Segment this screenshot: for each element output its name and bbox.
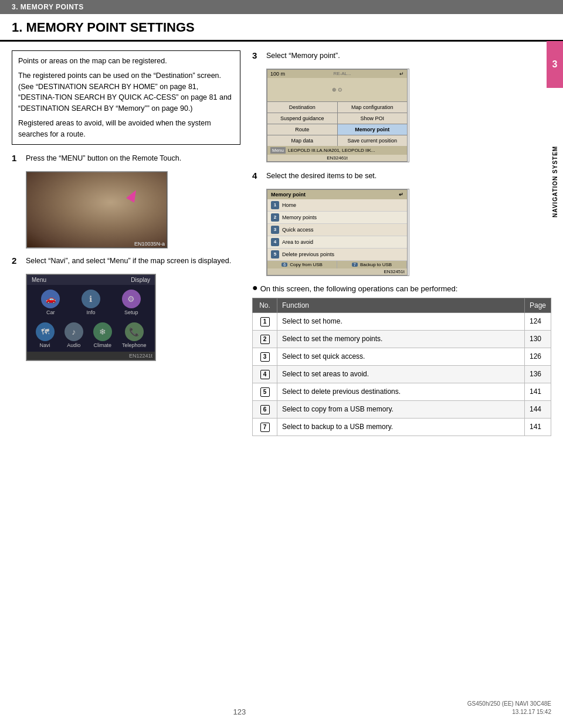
setup-label: Setup — [124, 309, 138, 315]
info-para-3: Registered areas to avoid, will be avoid… — [18, 118, 234, 140]
navi-icon: 🗺 — [36, 322, 55, 341]
row-num-cell: 6 — [253, 400, 277, 418]
nav-map-config-cell: Map configuration — [338, 102, 408, 113]
row-num-badge: 5 — [260, 387, 270, 397]
table-header-row: No. Function Page — [253, 298, 551, 312]
mem-bottom-label-6: Copy from USB — [290, 262, 323, 267]
memory-row-5: 5 Delete previous points — [267, 249, 407, 261]
page-footer: 123 GS450h/250 (EE) NAVI 30C48E 13.12.17… — [0, 700, 563, 716]
row-function-cell: Select to set the memory points. — [277, 330, 525, 348]
step-3: 3 Select “Memory point”. — [252, 50, 551, 62]
mem-bottom-num-6: 6 — [282, 263, 287, 267]
col-function: Function — [277, 298, 525, 312]
nav-map-data-cell: Map data — [267, 135, 337, 146]
row-num-cell: 3 — [253, 348, 277, 365]
climate-icon: ❄ — [93, 322, 112, 341]
left-column: Points or areas on the map can be regist… — [12, 50, 240, 436]
car-interior — [27, 172, 167, 247]
row-function-cell: Select to set areas to avoid. — [277, 365, 525, 383]
menu-item-navi: 🗺 Navi — [36, 322, 55, 348]
row-function-cell: Select to backup to a USB memory. — [277, 418, 525, 436]
info-label: Info — [86, 309, 95, 315]
page-number: 123 — [233, 707, 246, 716]
row-page-cell: 130 — [524, 330, 551, 348]
table-row: 2 Select to set the memory points. 130 — [253, 330, 551, 348]
chapter-tab: 3 — [547, 41, 563, 88]
car-icon: 🚗 — [41, 290, 60, 308]
row-page-cell: 144 — [524, 400, 551, 418]
mem-label-5: Delete previous points — [282, 251, 403, 257]
operations-table: No. Function Page 1 Select to set home. … — [252, 298, 551, 436]
operations-intro: ● On this screen, the following operatio… — [252, 284, 551, 293]
chapter-number: 3 — [547, 41, 563, 88]
row-num-badge: 1 — [260, 317, 270, 326]
nav-bottom-bar: Menu LEOPOLD III.LA.N/A201, LEOPOLD IIK.… — [267, 146, 407, 155]
menu-caption-bar: EN12241t — [27, 352, 155, 360]
right-column: 3 Select “Memory point”. 100 m RE-AL... … — [252, 50, 551, 436]
display-label: Display — [131, 277, 150, 283]
row-page-cell: 136 — [524, 365, 551, 383]
section-header-text: 3. MEMORY POINTS — [12, 3, 84, 11]
nav-menu-grid: Destination Map configuration Suspend gu… — [267, 101, 407, 146]
table-row: 5 Select to delete previous destinations… — [253, 383, 551, 400]
mem-label-4: Area to avoid — [282, 239, 403, 245]
row-num-cell: 5 — [253, 383, 277, 400]
mem-bottom-label-7: Backup to USB — [360, 262, 392, 267]
menu-item-car: 🚗 Car — [41, 290, 60, 315]
nav-back-icon: ↵ — [399, 71, 404, 77]
mem-bottom-6: 6 Copy from USB — [267, 261, 337, 268]
footer-model: GS450h/250 (EE) NAVI 30C48E — [467, 700, 551, 708]
nav-map-area: ⊕ ⊙ — [267, 78, 407, 101]
nav-distance: 100 m — [270, 71, 285, 77]
memory-screen-image: Memory point ↵ 1 Home 2 Memory points 3 … — [267, 189, 408, 275]
col-page: Page — [524, 298, 551, 312]
menu-screen-image: Menu Display 🚗 Car ℹ Info ⚙ Setup — [26, 274, 155, 360]
row-page-cell: 141 — [524, 383, 551, 400]
operations-intro-text: On this screen, the following operations… — [260, 284, 458, 293]
row-num-badge: 6 — [260, 405, 270, 414]
memory-row-2: 2 Memory points — [267, 212, 407, 224]
step-3-text: Select “Memory point”. — [266, 50, 340, 62]
row-page-cell: 141 — [524, 418, 551, 436]
info-para-2: The registered points can be used on the… — [18, 70, 234, 114]
mem-num-1: 1 — [271, 201, 279, 209]
step-2: 2 Select “Navi”, and select “Menu” if th… — [12, 256, 240, 267]
row-num-cell: 4 — [253, 365, 277, 383]
nav-recalc-icon: RE-AL... — [333, 71, 351, 76]
row-num-cell: 2 — [253, 330, 277, 348]
mem-label-2: Memory points — [282, 215, 403, 220]
step-3-number: 3 — [252, 50, 262, 60]
nav-destination-cell: Destination — [267, 102, 337, 113]
menu-bottom-row: 🗺 Navi ♪ Audio ❄ Climate 📞 Telephone — [27, 320, 155, 352]
remote-touch-screenshot: EN10035N-a — [26, 171, 168, 249]
nav-save-position-cell: Save current position — [338, 135, 408, 146]
table-row: 3 Select to set quick access. 126 — [253, 348, 551, 365]
mem-num-2: 2 — [271, 213, 279, 222]
nav-screenshot: 100 m RE-AL... ↵ ⊕ ⊙ Destination Map con… — [266, 69, 409, 162]
step-4: 4 Select the desired items to be set. — [252, 171, 551, 182]
image-caption-1: EN10035N-a — [134, 241, 165, 247]
footer-date: 13.12.17 15:42 — [467, 708, 551, 716]
info-box: Points or areas on the map can be regist… — [12, 50, 240, 145]
table-row: 1 Select to set home. 124 — [253, 312, 551, 330]
memory-row-3: 3 Quick access — [267, 224, 407, 236]
info-icon: ℹ — [82, 290, 100, 308]
telephone-label: Telephone — [122, 342, 147, 348]
row-num-badge: 7 — [260, 423, 270, 432]
table-row: 7 Select to backup to a USB memory. 141 — [253, 418, 551, 436]
setup-icon: ⚙ — [122, 290, 141, 308]
row-num-cell: 1 — [253, 312, 277, 330]
nav-menu-label: Menu — [270, 147, 286, 154]
row-num-cell: 7 — [253, 418, 277, 436]
climate-label: Climate — [94, 342, 112, 348]
row-page-cell: 124 — [524, 312, 551, 330]
row-function-cell: Select to set home. — [277, 312, 525, 330]
memory-caption: EN32451t — [267, 268, 407, 275]
menu-top-row: 🚗 Car ℹ Info ⚙ Setup — [27, 285, 155, 320]
car-label: Car — [46, 309, 55, 315]
telephone-icon: 📞 — [125, 322, 144, 341]
menu-screen-title-bar: Menu Display — [27, 275, 155, 285]
nav-route-cell: Route — [267, 124, 337, 135]
menu-item-audio: ♪ Audio — [65, 322, 83, 348]
mem-label-1: Home — [282, 202, 403, 208]
